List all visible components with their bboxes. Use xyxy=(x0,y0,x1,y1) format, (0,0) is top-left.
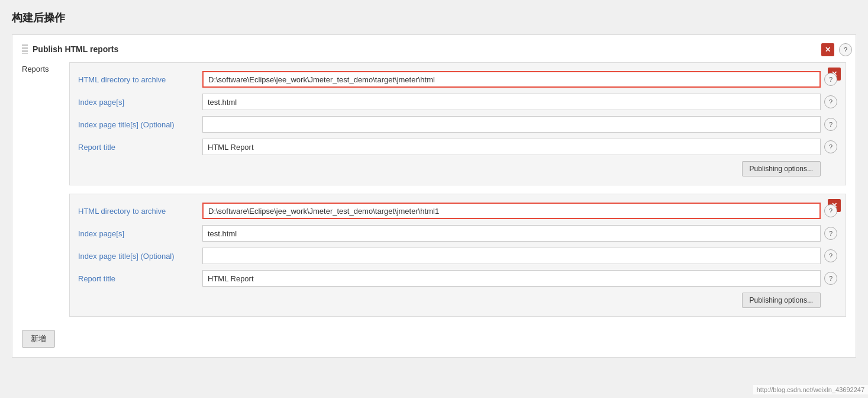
report-2-publishing-options-button[interactable]: Publishing options... xyxy=(742,293,821,308)
report-1-html-dir-input[interactable] xyxy=(202,71,821,88)
report-2-html-dir-input[interactable] xyxy=(202,203,821,219)
report-2-index-pages-input-wrap xyxy=(202,225,821,242)
reports-label: Reports xyxy=(22,62,69,325)
report-1-html-dir-label: HTML directory to archive xyxy=(78,75,202,84)
outer-card: ✕ ? Publish HTML reports Reports ✕ xyxy=(12,34,856,358)
report-2-index-pages-label: Index page[s] xyxy=(78,229,202,238)
add-button-label: 新增 xyxy=(31,334,46,343)
report-2-html-dir-row: HTML directory to archive ? xyxy=(78,203,837,219)
help-icon-2-2: ? xyxy=(829,230,832,237)
report-1-title-input-wrap xyxy=(202,139,821,155)
report-2-html-dir-label: HTML directory to archive xyxy=(78,207,202,216)
outer-help-button[interactable]: ? xyxy=(839,43,852,56)
report-2-title-input-wrap xyxy=(202,270,821,287)
report-2-index-titles-row: Index page title[s] (Optional) ? xyxy=(78,248,837,264)
outer-close-button[interactable]: ✕ xyxy=(821,43,834,56)
report-1-index-pages-input-wrap xyxy=(202,94,821,110)
report-2-index-titles-help[interactable]: ? xyxy=(824,249,837,262)
report-1-index-pages-help[interactable]: ? xyxy=(824,95,837,108)
report-2-title-label: Report title xyxy=(78,274,202,283)
report-2-title-help[interactable]: ? xyxy=(824,272,837,285)
help-icon-1-2: ? xyxy=(829,98,832,105)
help-icon-2-4: ? xyxy=(829,275,832,282)
report-1-index-titles-input-wrap xyxy=(202,116,821,133)
add-button[interactable]: 新增 xyxy=(22,330,55,348)
report-1-index-pages-label: Index page[s] xyxy=(78,98,202,107)
drag-handle-icon xyxy=(22,44,28,54)
section-header: Publish HTML reports xyxy=(22,44,846,54)
report-1-index-pages-row: Index page[s] ? xyxy=(78,94,837,110)
report-1-publishing-options-label: Publishing options... xyxy=(750,165,813,173)
report-1-title-help[interactable]: ? xyxy=(824,140,837,153)
help-icon-1-4: ? xyxy=(829,143,832,150)
report-1-index-titles-help[interactable]: ? xyxy=(824,118,837,131)
help-icon-2-3: ? xyxy=(829,252,832,259)
report-2-title-input[interactable] xyxy=(202,270,821,287)
report-1-publishing-options-row: Publishing options... xyxy=(78,161,837,176)
report-2-publishing-options-label: Publishing options... xyxy=(750,296,813,304)
outer-close-icon: ✕ xyxy=(825,46,831,54)
report-1-index-pages-input[interactable] xyxy=(202,94,821,110)
help-icon-2-1: ? xyxy=(829,207,832,214)
report-1-html-dir-help[interactable]: ? xyxy=(824,73,837,86)
help-icon-1-1: ? xyxy=(829,76,832,83)
report-2-title-row: Report title ? xyxy=(78,270,837,287)
report-1-html-dir-input-wrap xyxy=(202,71,821,88)
report-1-title-input[interactable] xyxy=(202,139,821,155)
reports-content: ✕ HTML directory to archive ? xyxy=(69,62,846,325)
report-2-publishing-options-row: Publishing options... xyxy=(78,293,837,308)
reports-section: Reports ✕ HTML directory to archive ? xyxy=(22,62,846,325)
report-2-index-pages-row: Index page[s] ? xyxy=(78,225,837,242)
report-2-index-titles-input[interactable] xyxy=(202,248,821,264)
report-1-index-titles-label: Index page title[s] (Optional) xyxy=(78,120,202,129)
watermark: http://blog.csdn.net/weixIn_43692247 xyxy=(753,385,868,394)
report-1-title-row: Report title ? xyxy=(78,139,837,155)
page-title: 构建后操作 xyxy=(12,11,856,25)
section-title: Publish HTML reports xyxy=(33,44,118,54)
report-1-html-dir-row: HTML directory to archive ? xyxy=(78,71,837,88)
report-1-publishing-options-button[interactable]: Publishing options... xyxy=(742,161,821,176)
outer-help-icon: ? xyxy=(844,46,847,53)
report-block-2: ✕ HTML directory to archive ? xyxy=(69,194,846,317)
report-block-1: ✕ HTML directory to archive ? xyxy=(69,62,846,185)
report-1-title-label: Report title xyxy=(78,143,202,152)
report-2-index-titles-input-wrap xyxy=(202,248,821,264)
page-container: 构建后操作 ✕ ? Publish HTML reports Reports ✕ xyxy=(0,0,868,398)
report-2-index-titles-label: Index page title[s] (Optional) xyxy=(78,252,202,261)
report-1-index-titles-input[interactable] xyxy=(202,116,821,133)
report-1-index-titles-row: Index page title[s] (Optional) ? xyxy=(78,116,837,133)
report-2-html-dir-help[interactable]: ? xyxy=(824,204,837,217)
report-2-html-dir-input-wrap xyxy=(202,203,821,219)
report-2-index-pages-input[interactable] xyxy=(202,225,821,242)
help-icon-1-3: ? xyxy=(829,121,832,128)
report-2-index-pages-help[interactable]: ? xyxy=(824,227,837,240)
